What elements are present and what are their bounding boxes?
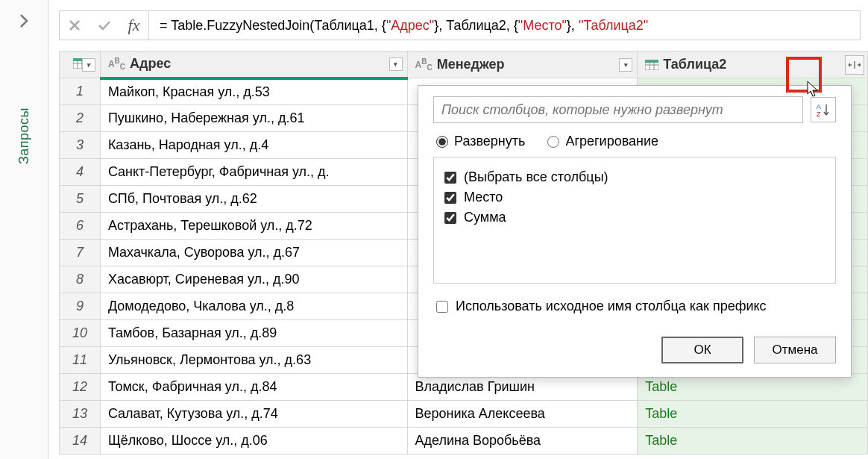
cell-adres[interactable]: Щёлково, Шоссе ул., д.06 xyxy=(100,428,407,455)
text-type-icon: ABC xyxy=(415,57,433,72)
row-number-cell[interactable]: 2 xyxy=(60,105,101,132)
svg-text:A: A xyxy=(817,103,821,110)
ok-button[interactable]: ОК xyxy=(661,337,743,363)
row-number-cell[interactable]: 7 xyxy=(60,240,101,266)
row-number-cell[interactable]: 3 xyxy=(60,132,101,159)
row-number-cell[interactable]: 9 xyxy=(60,293,101,320)
cell-adres[interactable]: Хасавюрт, Сиреневая ул., д.90 xyxy=(100,266,407,293)
column-checkbox-summa[interactable]: Сумма xyxy=(444,210,825,225)
row-header-dropdown[interactable]: ▾ xyxy=(82,58,95,72)
sidebar-label[interactable]: Запросы xyxy=(16,107,32,164)
row-number-cell[interactable]: 1 xyxy=(60,78,101,105)
cancel-button[interactable]: Отмена xyxy=(754,337,836,363)
cell-adres[interactable]: Астрахань, Терешковой ул., д.72 xyxy=(100,213,407,240)
column-search-input[interactable] xyxy=(433,96,803,123)
fx-icon: fx xyxy=(119,11,149,40)
formula-cancel-button[interactable] xyxy=(60,11,89,40)
cell-adres[interactable]: Тамбов, Базарная ул., д.89 xyxy=(100,320,407,347)
prefix-checkbox[interactable] xyxy=(436,301,448,313)
cell-manager[interactable]: Аделина Воробьёва xyxy=(407,428,638,455)
table-row[interactable]: 14Щёлково, Шоссе ул., д.06Аделина Воробь… xyxy=(60,428,868,455)
row-number-header[interactable]: ▾ xyxy=(60,51,101,78)
sort-az-button[interactable]: AZ xyxy=(811,97,836,122)
formula-bar: fx = Table.FuzzyNestedJoin(Таблица1, {"А… xyxy=(59,10,861,40)
table-row[interactable]: 13Салават, Кутузова ул., д.74Вероника Ал… xyxy=(60,401,868,428)
column-header-adres[interactable]: ABC Адрес ▾ xyxy=(100,51,407,78)
svg-rect-6 xyxy=(645,60,658,63)
row-number-cell[interactable]: 14 xyxy=(60,428,101,455)
column-header-manager[interactable]: ABC Менеджер ▾ xyxy=(407,51,638,78)
select-all-checkbox[interactable]: (Выбрать все столбцы) xyxy=(444,169,825,185)
row-number-cell[interactable]: 10 xyxy=(60,320,101,347)
cell-adres[interactable]: Махачкала, Суворова ул., д.67 xyxy=(100,240,407,266)
row-number-cell[interactable]: 13 xyxy=(60,401,101,428)
cell-adres[interactable]: Салават, Кутузова ул., д.74 xyxy=(100,401,407,428)
row-number-cell[interactable]: 12 xyxy=(60,374,101,401)
cell-adres[interactable]: Майкоп, Красная ул., д.53 xyxy=(100,78,407,105)
formula-text[interactable]: = Table.FuzzyNestedJoin(Таблица1, {"Адре… xyxy=(149,17,860,34)
column-filter-manager[interactable]: ▾ xyxy=(619,58,632,72)
formula-accept-button[interactable] xyxy=(89,11,119,40)
expand-column-button[interactable] xyxy=(845,55,864,75)
cell-table2[interactable]: Table xyxy=(638,428,868,455)
expand-columns-popup: AZ Развернуть Агрегирование (Выбрать все… xyxy=(418,85,852,378)
cell-adres[interactable]: Домодедово, Чкалова ул., д.8 xyxy=(100,293,407,320)
cell-adres[interactable]: Томск, Фабричная ул., д.84 xyxy=(100,374,407,401)
row-number-cell[interactable]: 4 xyxy=(60,159,101,186)
cell-manager[interactable]: Вероника Алексеева xyxy=(407,401,638,428)
expand-sidebar-chevron[interactable] xyxy=(11,6,37,40)
cell-table2[interactable]: Table xyxy=(638,401,868,428)
aggregate-radio[interactable]: Агрегирование xyxy=(547,134,658,149)
column-filter-adres[interactable]: ▾ xyxy=(389,57,403,71)
cell-adres[interactable]: Ульяновск, Лермонтова ул., д.63 xyxy=(100,347,407,374)
cell-adres[interactable]: Санкт-Петербург, Фабричная ул., д. xyxy=(100,159,407,186)
cell-adres[interactable]: Пушкино, Набережная ул., д.61 xyxy=(100,105,407,132)
row-number-cell[interactable]: 8 xyxy=(60,266,101,293)
svg-text:Z: Z xyxy=(817,110,821,118)
table-type-icon xyxy=(645,60,658,70)
column-checkbox-mesto[interactable]: Место xyxy=(444,190,825,205)
cell-adres[interactable]: СПб, Почтовая ул., д.62 xyxy=(100,186,407,213)
row-number-cell[interactable]: 11 xyxy=(60,347,101,374)
row-number-cell[interactable]: 5 xyxy=(60,186,101,213)
column-select-list: (Выбрать все столбцы) Место Сумма xyxy=(433,157,836,284)
row-number-cell[interactable]: 6 xyxy=(60,213,101,240)
prefix-label: Использовать исходное имя столбца как пр… xyxy=(456,299,767,314)
cell-adres[interactable]: Казань, Народная ул., д.4 xyxy=(100,132,407,159)
text-type-icon: ABC xyxy=(108,57,125,71)
queries-sidebar: Запросы xyxy=(0,0,48,459)
column-header-table2[interactable]: Таблица2 xyxy=(638,51,868,78)
expand-radio[interactable]: Развернуть xyxy=(436,134,525,149)
